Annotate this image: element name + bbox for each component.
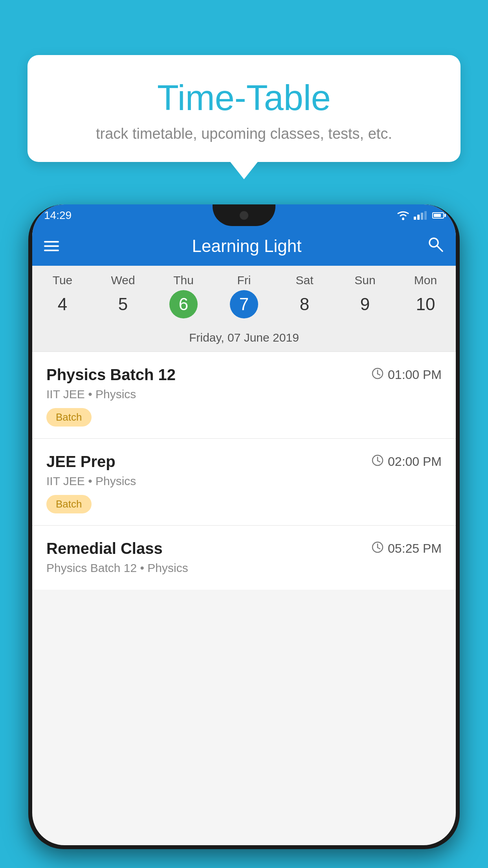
speech-bubble: Time-Table track timetable, upcoming cla… bbox=[28, 55, 460, 162]
svg-point-1 bbox=[429, 238, 438, 247]
schedule-item-2-badge: Batch bbox=[46, 495, 92, 513]
schedule-item-2-time: 02:00 PM bbox=[371, 454, 442, 469]
day-header-thu: Thu bbox=[153, 274, 214, 287]
day-9[interactable]: 9 bbox=[335, 294, 395, 314]
schedule-item-1-time: 01:00 PM bbox=[371, 367, 442, 383]
camera-dot bbox=[240, 211, 248, 220]
calendar-strip: Tue Wed Thu Fri Sat Sun Mon 4 5 6 7 bbox=[32, 266, 456, 352]
clock-icon-1 bbox=[371, 367, 384, 383]
schedule-item-3-title: Remedial Class bbox=[46, 540, 163, 557]
phone-wrapper: 14:29 bbox=[28, 204, 460, 868]
status-bar: 14:29 bbox=[32, 204, 456, 226]
selected-date: Friday, 07 June 2019 bbox=[32, 326, 456, 352]
schedule-item-1-badge: Batch bbox=[46, 408, 92, 427]
day-header-mon: Mon bbox=[395, 274, 456, 287]
battery-icon bbox=[432, 212, 444, 219]
bubble-subtitle: track timetable, upcoming classes, tests… bbox=[43, 125, 445, 142]
app-title: Learning Light bbox=[79, 236, 415, 256]
day-7-selected[interactable]: 7 bbox=[214, 290, 274, 318]
svg-line-8 bbox=[378, 461, 380, 462]
day-header-fri: Fri bbox=[214, 274, 274, 287]
bubble-title: Time-Table bbox=[43, 79, 445, 118]
svg-line-2 bbox=[437, 246, 442, 251]
schedule-item-3-sub: Physics Batch 12 • Physics bbox=[46, 561, 442, 575]
schedule-item-1-header: Physics Batch 12 01:00 PM bbox=[46, 366, 442, 384]
clock-icon-3 bbox=[371, 541, 384, 556]
status-icons bbox=[396, 210, 444, 221]
day-header-wed: Wed bbox=[93, 274, 153, 287]
day-10[interactable]: 10 bbox=[395, 294, 456, 314]
schedule-item-1-title: Physics Batch 12 bbox=[46, 366, 176, 384]
schedule-item-2[interactable]: JEE Prep 02:00 PM bbox=[32, 439, 456, 526]
schedule-list: Physics Batch 12 01:00 PM bbox=[32, 352, 456, 590]
notch bbox=[213, 204, 275, 226]
hamburger-menu-button[interactable] bbox=[44, 241, 59, 251]
schedule-item-3-time-text: 05:25 PM bbox=[388, 541, 442, 556]
svg-line-11 bbox=[378, 548, 380, 549]
day-header-sun: Sun bbox=[335, 274, 395, 287]
app-bar: Learning Light bbox=[32, 226, 456, 266]
schedule-item-1-sub: IIT JEE • Physics bbox=[46, 388, 442, 401]
schedule-item-2-sub: IIT JEE • Physics bbox=[46, 474, 442, 488]
schedule-item-2-time-text: 02:00 PM bbox=[388, 454, 442, 469]
schedule-item-2-title: JEE Prep bbox=[46, 453, 116, 471]
wifi-icon bbox=[396, 210, 410, 221]
day-8[interactable]: 8 bbox=[274, 294, 335, 314]
schedule-item-3-time: 05:25 PM bbox=[371, 541, 442, 556]
day-numbers: 4 5 6 7 8 9 10 bbox=[32, 287, 456, 326]
schedule-item-3-header: Remedial Class 05:25 PM bbox=[46, 540, 442, 557]
signal-icon bbox=[414, 211, 427, 220]
svg-line-5 bbox=[378, 374, 380, 375]
day-header-sat: Sat bbox=[274, 274, 335, 287]
search-button[interactable] bbox=[427, 235, 444, 257]
schedule-item-3[interactable]: Remedial Class 05:25 PM bbox=[32, 526, 456, 590]
schedule-item-1-time-text: 01:00 PM bbox=[388, 368, 442, 382]
phone-screen: 14:29 bbox=[32, 204, 456, 845]
day-headers: Tue Wed Thu Fri Sat Sun Mon bbox=[32, 266, 456, 287]
schedule-item-1[interactable]: Physics Batch 12 01:00 PM bbox=[32, 352, 456, 439]
schedule-item-2-header: JEE Prep 02:00 PM bbox=[46, 453, 442, 471]
phone-frame: 14:29 bbox=[28, 204, 460, 849]
day-5[interactable]: 5 bbox=[93, 294, 153, 314]
clock-icon-2 bbox=[371, 454, 384, 469]
day-4[interactable]: 4 bbox=[32, 294, 93, 314]
status-time: 14:29 bbox=[44, 209, 72, 222]
svg-point-0 bbox=[402, 218, 404, 220]
day-6-today[interactable]: 6 bbox=[153, 290, 214, 318]
day-header-tue: Tue bbox=[32, 274, 93, 287]
